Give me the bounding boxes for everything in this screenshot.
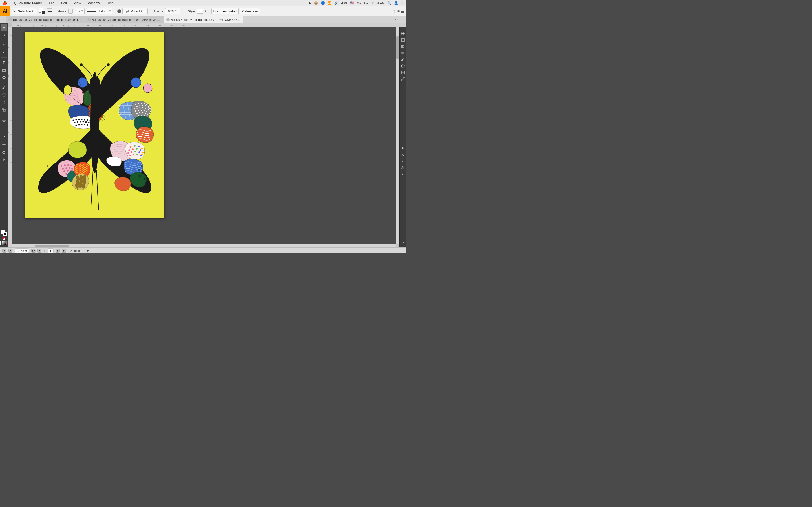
typekit-panel-btn[interactable]: A: [400, 171, 406, 177]
tabs-expand-btn[interactable]: ›: [393, 16, 398, 23]
selection-tool[interactable]: [1, 24, 7, 31]
menu-extras-icon[interactable]: ☰: [401, 1, 404, 5]
rectangle-tool[interactable]: [1, 67, 7, 74]
symbols-panel-btn[interactable]: [400, 63, 406, 69]
stroke-color[interactable]: [41, 10, 45, 14]
preferences-btn[interactable]: Preferences: [240, 8, 260, 14]
tab-2[interactable]: × Bonus Butterfly Illustration.ai @ 122%…: [164, 16, 243, 23]
next-page-btn[interactable]: ►: [56, 249, 60, 252]
pencil-tool[interactable]: [1, 49, 7, 55]
blob-brush-tool[interactable]: [1, 92, 7, 98]
menu-file[interactable]: File: [48, 1, 56, 5]
opacity-chevron: ▼: [175, 10, 177, 12]
scrollbar-h-thumb[interactable]: [35, 245, 68, 247]
scrollbar-horizontal[interactable]: [12, 244, 396, 247]
svg-point-200: [132, 149, 134, 150]
page-dropdown[interactable]: ▼: [48, 248, 54, 253]
svg-point-134: [150, 111, 151, 112]
type-panel-btn[interactable]: A: [400, 145, 406, 151]
svg-point-176: [65, 173, 67, 175]
svg-point-155: [141, 62, 143, 64]
svg-point-83: [80, 121, 81, 122]
svg-point-197: [138, 146, 140, 147]
selection-label: No Selection: [13, 10, 31, 13]
type-tool[interactable]: T: [1, 59, 7, 66]
app-menu-quicktime[interactable]: QuickTime Player: [13, 1, 43, 5]
none-indicator[interactable]: [3, 237, 5, 240]
brush-size-dropdown[interactable]: 5 pt. Round ▼: [122, 8, 148, 14]
type2-panel-btn[interactable]: A: [400, 152, 406, 158]
zoom-in-btn[interactable]: ◄: [8, 249, 12, 252]
resize-corner-btn[interactable]: [400, 240, 406, 246]
properties-icon[interactable]: ☰: [401, 9, 404, 13]
arrange-icons[interactable]: ⇅: [393, 9, 396, 13]
stroke-style-dropdown[interactable]: Uniform ▼: [86, 8, 112, 14]
scrollbar-vertical[interactable]: [396, 27, 399, 244]
stroke-swatch[interactable]: [3, 232, 7, 236]
opacity-expand-icon[interactable]: ›: [182, 9, 183, 13]
search-icon[interactable]: 🔍: [388, 1, 391, 5]
links-panel-btn[interactable]: [400, 76, 406, 82]
zoom-tool[interactable]: [1, 149, 7, 156]
eyedropper-tool[interactable]: [1, 134, 7, 141]
color-panel-btn[interactable]: [400, 31, 406, 36]
graph-tool[interactable]: [1, 124, 7, 131]
style-box[interactable]: [197, 9, 203, 13]
transform-panel-btn[interactable]: [400, 37, 406, 43]
measure-tool[interactable]: [1, 142, 7, 148]
align-panel-btn[interactable]: [400, 44, 406, 49]
svg-point-193: [42, 182, 44, 184]
first-page-btn[interactable]: ◄◄: [31, 249, 35, 252]
gradient-btn[interactable]: [2, 241, 6, 245]
stroke-width-dropdown[interactable]: 1 pt ▼: [74, 8, 85, 14]
svg-point-207: [139, 151, 140, 153]
menu-view[interactable]: View: [73, 1, 82, 5]
svg-text:6: 6: [8, 160, 9, 161]
last-page-btn[interactable]: ►: [62, 249, 66, 252]
align-icon[interactable]: ≡: [397, 9, 400, 13]
symbol-tool[interactable]: [1, 117, 7, 124]
scrollbar-v-thumb[interactable]: [396, 36, 399, 59]
scale-tool[interactable]: [1, 107, 7, 113]
paragraph-panel-btn[interactable]: [400, 158, 406, 164]
tab-1[interactable]: × Bonus Ice Cream Illustration.ai* @ 121…: [85, 16, 164, 23]
panel-collapse-btn[interactable]: ‹: [2, 16, 6, 23]
artboards-panel-btn[interactable]: [400, 69, 406, 75]
ellipse-tool[interactable]: [1, 74, 7, 81]
menu-edit[interactable]: Edit: [60, 1, 68, 5]
pen-tool[interactable]: [1, 42, 7, 48]
menu-help[interactable]: Help: [105, 1, 115, 5]
solid-color-btn[interactable]: [0, 241, 1, 245]
sep1: [55, 8, 55, 14]
paintbrush-tool[interactable]: [1, 84, 7, 91]
stroke-style-box[interactable]: [47, 8, 52, 14]
hand-tool[interactable]: [1, 156, 7, 163]
paint-tools: [0, 84, 8, 98]
selection-dropdown[interactable]: No Selection ▼: [12, 8, 37, 14]
menu-window[interactable]: Window: [87, 1, 101, 5]
opacity-dropdown[interactable]: 100% ▼: [165, 8, 181, 14]
color-swatches[interactable]: [1, 230, 7, 236]
stroke-swatch[interactable]: [68, 9, 73, 13]
svg-point-191: [49, 175, 51, 177]
document-setup-btn[interactable]: Document Setup: [211, 8, 239, 14]
tab-1-close[interactable]: ×: [87, 18, 91, 21]
direct-selection-tool[interactable]: [1, 31, 7, 38]
zoom-dropdown[interactable]: 122% ▼: [15, 248, 29, 253]
prev-page-btn[interactable]: ◄: [38, 249, 42, 252]
canvas-scroll-area[interactable]: [12, 27, 399, 247]
color-controls: [3, 237, 5, 240]
tab-0[interactable]: × Bonus Ice Cream Illustration_beginning…: [6, 16, 85, 23]
play-btn[interactable]: ▶: [87, 249, 89, 252]
glyph-panel-btn[interactable]: Aı: [400, 165, 406, 170]
apple-menu[interactable]: 🍎: [2, 1, 7, 5]
svg-point-224: [107, 63, 110, 66]
brushes-panel-btn[interactable]: [400, 57, 406, 62]
svg-point-102: [53, 64, 54, 66]
rotate-tool[interactable]: [1, 100, 7, 106]
layers-panel-btn[interactable]: [400, 50, 406, 56]
current-tool: Selection: [70, 249, 83, 252]
tab-0-close[interactable]: ×: [8, 18, 12, 21]
zoom-out-btn[interactable]: ◄: [2, 249, 6, 252]
tab-2-close[interactable]: ×: [166, 18, 170, 21]
